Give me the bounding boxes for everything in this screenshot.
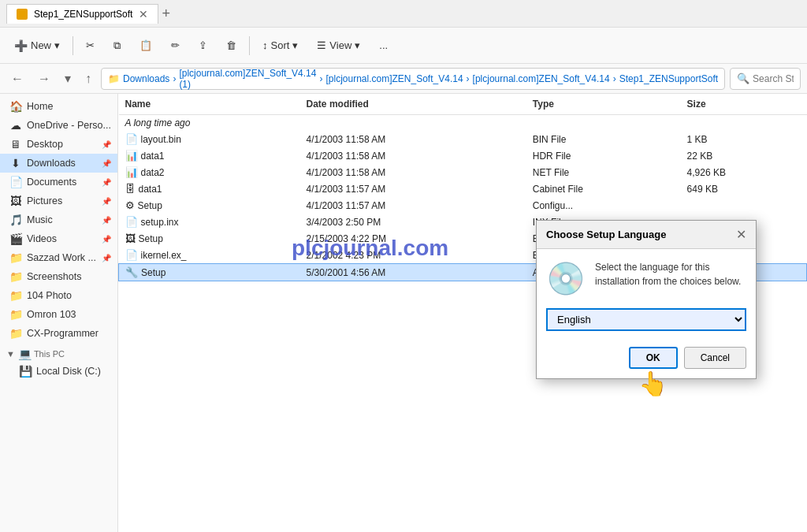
sort-chevron-icon: ▾ — [292, 39, 298, 51]
sidebar-item-onedrive[interactable]: ☁ OneDrive - Perso... — [0, 116, 117, 135]
sep1: › — [173, 73, 176, 84]
breadcrumb-step1[interactable]: Step1_ZENSupportSoft — [619, 73, 718, 84]
pictures-icon: 🖼 — [9, 195, 22, 207]
music-pin-icon: 📌 — [102, 216, 111, 225]
sidebar-item-downloads[interactable]: ⬇ Downloads 📌 — [0, 154, 117, 173]
search-box[interactable]: 🔍 — [730, 68, 801, 90]
videos-icon: 🎬 — [9, 233, 22, 245]
toolbar: ➕ New ▾ ✂ ⧉ 📋 ✏ ⇪ 🗑 ↕ Sort ▾ ☰ View ▾ ..… — [0, 28, 807, 64]
sidebar-item-localdisk[interactable]: 💾 Local Disk (C:) — [0, 362, 117, 381]
folder-icon: 📁 — [108, 73, 120, 84]
sort-button[interactable]: ↕ Sort ▾ — [255, 36, 306, 54]
more-button[interactable]: ... — [371, 36, 396, 54]
sidebar-item-104photo[interactable]: 📁 104 Photo — [0, 286, 117, 305]
paste-button[interactable]: 📋 — [132, 36, 160, 54]
sep2: › — [319, 73, 322, 84]
dialog-close-button[interactable]: ✕ — [736, 227, 746, 242]
delete-icon: 🗑 — [226, 39, 236, 51]
search-input[interactable] — [753, 73, 794, 84]
sidebar-item-omron[interactable]: 📁 Omron 103 — [0, 305, 117, 324]
dialog-title-text: Choose Setup Language — [546, 229, 666, 240]
back-button[interactable]: ← — [6, 69, 28, 89]
breadcrumb-zen3[interactable]: [plcjournal.com]ZEN_Soft_V4.14 — [473, 73, 610, 84]
dialog-body: 💿 Select the language for this installat… — [537, 249, 756, 308]
sidebar: 🏠 Home ☁ OneDrive - Perso... 🖥 Desktop 📌… — [0, 94, 118, 532]
new-chevron-icon: ▾ — [54, 39, 60, 51]
view-button[interactable]: ☰ View ▾ — [309, 36, 368, 54]
documents-icon: 📄 — [9, 176, 22, 188]
new-tab-button[interactable]: + — [162, 6, 170, 22]
cx-icon: 📁 — [9, 327, 22, 340]
active-tab[interactable]: Step1_ZENSupportSoft ✕ — [6, 4, 158, 24]
tab-label: Step1_ZENSupportSoft — [34, 9, 132, 20]
sidebar-item-pictures[interactable]: 🖼 Pictures 📌 — [0, 192, 117, 210]
breadcrumb-zen1[interactable]: [plcjournal.com]ZEN_Soft_V4.14 (1) — [179, 68, 316, 90]
dialog-overlay: Choose Setup Language ✕ 💿 Select the lan… — [118, 94, 807, 532]
sidebar-item-desktop[interactable]: 🖥 Desktop 📌 — [0, 135, 117, 154]
share-button[interactable]: ⇪ — [191, 36, 215, 54]
onedrive-icon: ☁ — [9, 119, 22, 132]
sort-icon: ↕ — [262, 39, 268, 51]
sidebar-item-home[interactable]: 🏠 Home — [0, 97, 117, 116]
tab-close-button[interactable]: ✕ — [139, 8, 148, 20]
up-button[interactable]: ↑ — [80, 69, 96, 89]
choose-language-dialog: Choose Setup Language ✕ 💿 Select the lan… — [536, 220, 757, 379]
sep4: › — [613, 73, 616, 84]
sidebar-item-cx[interactable]: 📁 CX-Programmer — [0, 324, 117, 343]
dialog-cd-icon: 💿 — [546, 260, 586, 297]
localdisk-icon: 💾 — [19, 365, 32, 378]
new-icon: ➕ — [14, 39, 28, 52]
dialog-select-row: English French German Spanish — [537, 308, 756, 340]
screenshots-icon: 📁 — [9, 270, 22, 283]
rename-icon: ✏ — [171, 39, 180, 51]
ok-button[interactable]: OK — [629, 347, 678, 369]
cancel-button[interactable]: Cancel — [684, 347, 746, 369]
sazzad-pin-icon: 📌 — [102, 254, 111, 262]
dialog-buttons: OK Cancel — [537, 340, 756, 378]
title-bar: Step1_ZENSupportSoft ✕ + — [0, 0, 807, 28]
downloads-icon: ⬇ — [9, 157, 22, 169]
sidebar-item-sazzad[interactable]: 📁 Sazzad Work ... 📌 — [0, 248, 117, 267]
breadcrumb-downloads[interactable]: Downloads — [123, 73, 169, 84]
desktop-icon: 🖥 — [9, 138, 22, 151]
file-area: plcjournal.com Name Date modified Type S… — [118, 94, 807, 532]
rename-button[interactable]: ✏ — [163, 36, 188, 54]
sidebar-item-music[interactable]: 🎵 Music 📌 — [0, 210, 117, 229]
cut-button[interactable]: ✂ — [78, 36, 102, 54]
dialog-description: Select the language for this installatio… — [595, 260, 746, 297]
breadcrumb[interactable]: 📁 Downloads › [plcjournal.com]ZEN_Soft_V… — [101, 68, 725, 90]
copy-button[interactable]: ⧉ — [106, 36, 128, 55]
search-icon: 🔍 — [737, 73, 749, 84]
separator-2 — [249, 36, 250, 55]
sidebar-item-videos[interactable]: 🎬 Videos 📌 — [0, 229, 117, 248]
address-bar: ← → ▾ ↑ 📁 Downloads › [plcjournal.com]ZE… — [0, 64, 807, 94]
tab-icon — [17, 9, 28, 20]
folder-sazzad-icon: 📁 — [9, 251, 22, 264]
photo-icon: 📁 — [9, 289, 22, 302]
thispc-section[interactable]: ▼ 💻 This PC — [0, 343, 117, 362]
sidebar-item-screenshots[interactable]: 📁 Screenshots — [0, 267, 117, 286]
sidebar-item-documents[interactable]: 📄 Documents 📌 — [0, 173, 117, 192]
docs-pin-icon: 📌 — [102, 178, 111, 187]
share-icon: ⇪ — [199, 39, 207, 51]
new-button[interactable]: ➕ New ▾ — [6, 36, 68, 55]
thispc-arrow-icon: ▼ — [6, 349, 15, 359]
paste-icon: 📋 — [139, 39, 152, 51]
music-icon: 🎵 — [9, 214, 22, 226]
cut-icon: ✂ — [86, 39, 95, 51]
home-icon: 🏠 — [9, 100, 22, 113]
language-select[interactable]: English French German Spanish — [546, 308, 746, 331]
computer-icon: 💻 — [18, 348, 31, 360]
recent-button[interactable]: ▾ — [60, 68, 76, 89]
copy-icon: ⧉ — [113, 39, 121, 52]
videos-pin-icon: 📌 — [102, 235, 111, 244]
main-layout: 🏠 Home ☁ OneDrive - Perso... 🖥 Desktop 📌… — [0, 94, 807, 532]
pin-icon: 📌 — [102, 140, 111, 149]
downloads-pin-icon: 📌 — [102, 159, 111, 168]
forward-button[interactable]: → — [33, 69, 55, 89]
delete-button[interactable]: 🗑 — [218, 36, 244, 54]
omron-icon: 📁 — [9, 308, 22, 321]
pics-pin-icon: 📌 — [102, 197, 111, 206]
breadcrumb-zen2[interactable]: [plcjournal.com]ZEN_Soft_V4.14 — [325, 73, 463, 84]
view-icon: ☰ — [317, 39, 326, 51]
